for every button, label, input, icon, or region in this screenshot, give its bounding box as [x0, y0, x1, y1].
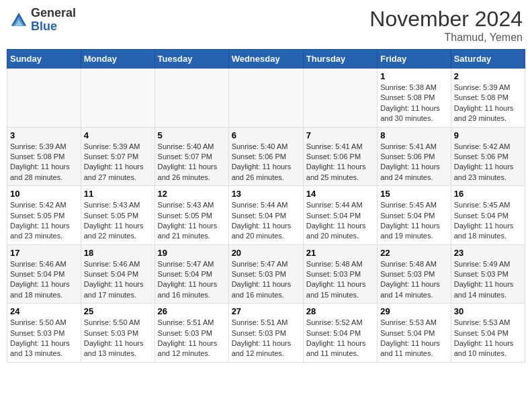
sunrise-text: Sunrise: 5:51 AM: [232, 318, 288, 326]
cell-content: Sunrise: 5:47 AM Sunset: 5:04 PM Dayligh…: [158, 259, 226, 301]
sunrise-text: Sunrise: 5:41 AM: [380, 142, 437, 150]
sunrise-text: Sunrise: 5:39 AM: [84, 142, 140, 150]
day-number: 11: [84, 189, 152, 199]
cell-content: Sunrise: 5:41 AM Sunset: 5:06 PM Dayligh…: [380, 142, 448, 183]
sunrise-text: Sunrise: 5:41 AM: [306, 142, 363, 150]
daylight-text: Daylight: 11 hours and 18 minutes.: [454, 222, 514, 240]
daylight-text: Daylight: 11 hours and 29 minutes.: [454, 104, 514, 122]
cell-content: Sunrise: 5:53 AM Sunset: 5:04 PM Dayligh…: [380, 318, 448, 359]
day-number: 10: [10, 189, 78, 199]
sunset-text: Sunset: 5:03 PM: [84, 329, 138, 337]
table-row: 16 Sunrise: 5:45 AM Sunset: 5:04 PM Dayl…: [451, 186, 525, 245]
day-number: 16: [454, 189, 522, 199]
day-number: 26: [158, 306, 226, 316]
daylight-text: Daylight: 11 hours and 27 minutes.: [84, 163, 144, 181]
sunrise-text: Sunrise: 5:38 AM: [380, 83, 437, 91]
day-number: 15: [380, 189, 448, 199]
sunset-text: Sunset: 5:04 PM: [84, 270, 138, 278]
month-title: November 2024: [369, 7, 523, 32]
sunset-text: Sunset: 5:05 PM: [158, 212, 212, 220]
sunrise-text: Sunrise: 5:40 AM: [232, 142, 288, 150]
daylight-text: Daylight: 11 hours and 14 minutes.: [380, 280, 440, 298]
calendar-week-row: 10 Sunrise: 5:42 AM Sunset: 5:05 PM Dayl…: [7, 186, 525, 245]
cell-content: Sunrise: 5:53 AM Sunset: 5:04 PM Dayligh…: [454, 318, 522, 359]
daylight-text: Daylight: 11 hours and 10 minutes.: [454, 339, 514, 357]
sunrise-text: Sunrise: 5:40 AM: [158, 142, 214, 150]
day-number: 30: [454, 306, 522, 316]
calendar-week-row: 17 Sunrise: 5:46 AM Sunset: 5:04 PM Dayl…: [7, 244, 525, 304]
table-row: 20 Sunrise: 5:47 AM Sunset: 5:03 PM Dayl…: [228, 244, 303, 304]
sunset-text: Sunset: 5:05 PM: [10, 212, 64, 220]
cell-content: Sunrise: 5:42 AM Sunset: 5:05 PM Dayligh…: [10, 200, 78, 242]
table-row: 29 Sunrise: 5:53 AM Sunset: 5:04 PM Dayl…: [378, 304, 451, 363]
calendar-week-row: 1 Sunrise: 5:38 AM Sunset: 5:08 PM Dayli…: [7, 68, 525, 128]
sunset-text: Sunset: 5:06 PM: [454, 152, 508, 161]
logo-general-text: General: [31, 6, 76, 19]
daylight-text: Daylight: 11 hours and 19 minutes.: [380, 222, 440, 240]
daylight-text: Daylight: 11 hours and 22 minutes.: [84, 222, 144, 240]
cell-content: Sunrise: 5:49 AM Sunset: 5:03 PM Dayligh…: [454, 259, 522, 301]
day-number: 4: [84, 130, 152, 140]
col-thursday: Thursday: [303, 50, 377, 68]
daylight-text: Daylight: 11 hours and 16 minutes.: [158, 280, 218, 298]
daylight-text: Daylight: 11 hours and 21 minutes.: [158, 222, 218, 240]
title-area: November 2024 Thamud, Yemen: [369, 7, 523, 44]
cell-content: Sunrise: 5:42 AM Sunset: 5:06 PM Dayligh…: [454, 142, 522, 183]
table-row: 13 Sunrise: 5:44 AM Sunset: 5:04 PM Dayl…: [228, 186, 303, 245]
day-number: 20: [232, 248, 300, 258]
daylight-text: Daylight: 11 hours and 12 minutes.: [158, 339, 218, 357]
sunrise-text: Sunrise: 5:46 AM: [84, 260, 140, 268]
sunrise-text: Sunrise: 5:44 AM: [232, 201, 288, 209]
table-row: 11 Sunrise: 5:43 AM Sunset: 5:05 PM Dayl…: [81, 186, 154, 245]
day-number: 22: [380, 248, 448, 258]
table-row: 27 Sunrise: 5:51 AM Sunset: 5:03 PM Dayl…: [228, 304, 303, 363]
sunset-text: Sunset: 5:03 PM: [158, 329, 212, 337]
table-row: 25 Sunrise: 5:50 AM Sunset: 5:03 PM Dayl…: [81, 304, 154, 363]
sunrise-text: Sunrise: 5:53 AM: [454, 318, 511, 326]
sunrise-text: Sunrise: 5:47 AM: [232, 260, 288, 268]
day-number: 23: [454, 248, 522, 258]
sunrise-text: Sunrise: 5:48 AM: [306, 260, 363, 268]
daylight-text: Daylight: 11 hours and 23 minutes.: [454, 163, 514, 181]
day-number: 12: [158, 189, 226, 199]
day-number: 19: [158, 248, 226, 258]
cell-content: Sunrise: 5:43 AM Sunset: 5:05 PM Dayligh…: [158, 200, 226, 242]
calendar-week-row: 24 Sunrise: 5:50 AM Sunset: 5:03 PM Dayl…: [7, 304, 525, 363]
table-row: 12 Sunrise: 5:43 AM Sunset: 5:05 PM Dayl…: [154, 186, 228, 245]
col-tuesday: Tuesday: [154, 50, 228, 68]
table-row: [154, 68, 228, 128]
calendar-header-row: Sunday Monday Tuesday Wednesday Thursday…: [7, 50, 525, 68]
sunrise-text: Sunrise: 5:53 AM: [380, 318, 437, 326]
daylight-text: Daylight: 11 hours and 18 minutes.: [10, 280, 70, 298]
sunset-text: Sunset: 5:03 PM: [454, 270, 508, 278]
sunrise-text: Sunrise: 5:43 AM: [158, 201, 214, 209]
sunrise-text: Sunrise: 5:42 AM: [454, 142, 511, 150]
daylight-text: Daylight: 11 hours and 11 minutes.: [380, 339, 440, 357]
cell-content: Sunrise: 5:39 AM Sunset: 5:08 PM Dayligh…: [10, 142, 78, 183]
table-row: 28 Sunrise: 5:52 AM Sunset: 5:04 PM Dayl…: [303, 304, 377, 363]
sunset-text: Sunset: 5:08 PM: [10, 152, 64, 161]
cell-content: Sunrise: 5:46 AM Sunset: 5:04 PM Dayligh…: [84, 259, 152, 301]
table-row: 1 Sunrise: 5:38 AM Sunset: 5:08 PM Dayli…: [378, 68, 451, 128]
day-number: 3: [10, 130, 78, 140]
day-number: 2: [454, 71, 522, 81]
day-number: 27: [232, 306, 300, 316]
cell-content: Sunrise: 5:44 AM Sunset: 5:04 PM Dayligh…: [306, 200, 374, 242]
sunset-text: Sunset: 5:06 PM: [232, 152, 286, 161]
day-number: 18: [84, 248, 152, 258]
table-row: 30 Sunrise: 5:53 AM Sunset: 5:04 PM Dayl…: [451, 304, 525, 363]
sunrise-text: Sunrise: 5:47 AM: [158, 260, 214, 268]
cell-content: Sunrise: 5:43 AM Sunset: 5:05 PM Dayligh…: [84, 200, 152, 242]
daylight-text: Daylight: 11 hours and 17 minutes.: [84, 280, 144, 298]
day-number: 28: [306, 306, 374, 316]
col-monday: Monday: [81, 50, 154, 68]
daylight-text: Daylight: 11 hours and 30 minutes.: [380, 104, 440, 122]
table-row: 26 Sunrise: 5:51 AM Sunset: 5:03 PM Dayl…: [154, 304, 228, 363]
cell-content: Sunrise: 5:50 AM Sunset: 5:03 PM Dayligh…: [10, 318, 78, 359]
sunset-text: Sunset: 5:04 PM: [158, 270, 212, 278]
sunset-text: Sunset: 5:08 PM: [454, 93, 508, 101]
day-number: 9: [454, 130, 522, 140]
table-row: 8 Sunrise: 5:41 AM Sunset: 5:06 PM Dayli…: [378, 127, 451, 186]
sunrise-text: Sunrise: 5:52 AM: [306, 318, 363, 326]
daylight-text: Daylight: 11 hours and 26 minutes.: [232, 163, 292, 181]
